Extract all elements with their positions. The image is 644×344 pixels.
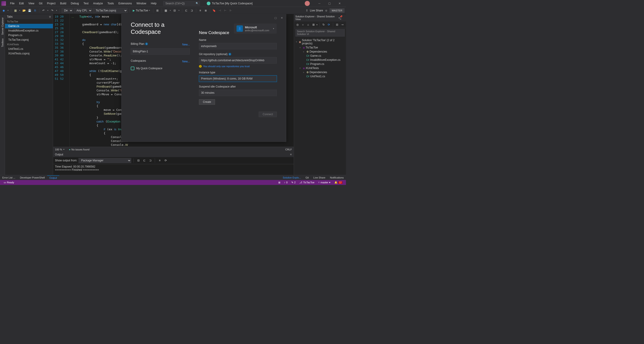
repo-name[interactable]: ⎇ TicTacToe: [298, 181, 316, 184]
solexp-pin-icon[interactable]: 📌 ✕: [340, 15, 345, 20]
proj-xunit[interactable]: ▿▣XUnitTests: [294, 66, 346, 70]
se-icon-4[interactable]: ⊞: [311, 22, 316, 27]
account-card[interactable]: 👤 Microsoft anthc@microsoft.com ▾: [234, 23, 277, 34]
notifications-bell[interactable]: 🔔12: [332, 181, 344, 184]
fold-margin[interactable]: [66, 14, 70, 147]
suspend-select[interactable]: 30 minutes: [199, 90, 277, 96]
output-content[interactable]: Time Elapsed: 00:00:20.7966582 =========…: [53, 164, 294, 172]
undo-icon[interactable]: ↶: [41, 8, 46, 13]
push-count[interactable]: ↑ 0: [282, 181, 290, 184]
save-icon[interactable]: 💾: [27, 8, 32, 13]
out-icon-1[interactable]: ⊟: [136, 158, 141, 163]
open-icon[interactable]: 📂: [22, 8, 26, 13]
tab-output[interactable]: Output: [47, 175, 59, 180]
tb-icon-9[interactable]: ⊢: [223, 8, 228, 13]
menu-debug[interactable]: Debug: [68, 1, 81, 6]
tab-git[interactable]: Git: [303, 175, 311, 180]
tb-icon-2[interactable]: ▦: [164, 8, 168, 13]
info-icon[interactable]: i: [145, 42, 148, 45]
menu-build[interactable]: Build: [58, 1, 69, 6]
codespace-item[interactable]: My Quick Codespace: [131, 65, 190, 72]
tab-live-share[interactable]: Live Share: [311, 175, 328, 180]
menu-project[interactable]: Project: [45, 1, 58, 6]
menu-analyze[interactable]: Analyze: [91, 1, 105, 6]
info-icon[interactable]: i: [228, 53, 231, 55]
bookmark-icon[interactable]: 🔖: [212, 8, 216, 13]
tb-icon-8[interactable]: ⊣: [218, 8, 222, 13]
tab-unittest1-cs[interactable]: UnitTest1.cs: [5, 47, 53, 51]
modal-maximize-button[interactable]: ▢: [273, 16, 278, 20]
tab-program-cs[interactable]: Program.cs: [5, 33, 53, 37]
file-invalid-cs[interactable]: C#InvalidMoveException.cs: [294, 58, 346, 62]
modal-close-button[interactable]: ✕: [279, 16, 285, 20]
source-control-icon[interactable]: ⊞: [276, 181, 282, 184]
tb-icon-1[interactable]: ⊞: [155, 8, 160, 13]
line-ending[interactable]: CRLF: [286, 148, 292, 151]
toolbox-tab[interactable]: Toolbox: [1, 37, 4, 48]
menu-test[interactable]: Test: [81, 1, 91, 6]
redo-icon[interactable]: ↷: [50, 8, 54, 13]
save-all-icon[interactable]: ⎘: [33, 8, 37, 13]
tab-notifications[interactable]: Notifications: [328, 175, 346, 180]
output-source-select[interactable]: Package Manager: [79, 158, 131, 163]
config-select[interactable]: Debug: [62, 8, 73, 13]
se-sync-icon[interactable]: ⟳: [326, 22, 331, 27]
tb-icon-10[interactable]: ⊩: [228, 8, 233, 13]
account-dropdown-icon[interactable]: ▾: [273, 27, 274, 30]
back-dropdown[interactable]: ▾: [7, 9, 9, 11]
codespaces-new-link[interactable]: New...: [182, 60, 190, 63]
back-button[interactable]: ◉: [1, 8, 6, 13]
liveshare-label[interactable]: Live Share: [310, 9, 323, 12]
tab-csproj[interactable]: TicTacToe.csproj: [5, 37, 53, 42]
out-icon-4[interactable]: ≡: [158, 158, 162, 163]
menu-view[interactable]: View: [26, 1, 36, 6]
liveshare-icon[interactable]: ⇪: [306, 9, 308, 12]
out-icon-5[interactable]: ⟳: [164, 158, 168, 163]
edit-count[interactable]: ✎ 2: [290, 181, 298, 184]
user-avatar[interactable]: [305, 1, 310, 6]
tab-dev-powershell[interactable]: Developer PowerShell: [18, 175, 47, 180]
tb-icon-5[interactable]: ⊐: [190, 8, 194, 13]
create-button[interactable]: Create: [199, 99, 215, 105]
git-input[interactable]: [199, 57, 277, 64]
menu-tools[interactable]: Tools: [105, 1, 116, 6]
branch-name[interactable]: ⑂ master ▾: [316, 181, 332, 184]
pin-icon[interactable]: ⚙: [49, 15, 51, 18]
minimize-button[interactable]: ─: [314, 0, 324, 7]
menu-edit[interactable]: Edit: [17, 1, 26, 6]
menu-help[interactable]: Help: [148, 1, 159, 6]
tb-icon-3[interactable]: ⊟: [172, 8, 177, 13]
se-refresh-icon[interactable]: ↻: [321, 22, 326, 27]
file-unittest1-cs[interactable]: C#UnitTest1.cs: [294, 74, 346, 78]
new-dropdown-icon[interactable]: ▦: [13, 8, 18, 13]
search-input[interactable]: Search (Ctrl+Q): [164, 1, 200, 6]
zoom-level[interactable]: 100 %: [55, 148, 62, 151]
menu-git[interactable]: Git: [36, 1, 45, 6]
close-button[interactable]: ✕: [334, 0, 345, 7]
proj-tictactoe[interactable]: ▿▣TicTacToe: [294, 45, 346, 50]
file-program-cs[interactable]: C#Program.cs: [294, 62, 346, 66]
tb-icon-4[interactable]: ⊏: [184, 8, 188, 13]
name-input[interactable]: [199, 43, 277, 49]
se-fwd-icon[interactable]: ○: [301, 22, 305, 27]
solexp-search[interactable]: Search Solution Explorer - Shared Soluti…: [296, 29, 345, 36]
se-back-icon[interactable]: ◎: [296, 22, 300, 27]
se-home-icon[interactable]: ⌂: [306, 22, 310, 27]
se-icon-7[interactable]: ⊟: [335, 22, 339, 27]
tab-game-cs[interactable]: Game.cs: [5, 24, 53, 28]
project-select[interactable]: TicTacToe.csproj: [93, 8, 128, 13]
menu-extensions[interactable]: Extensions: [116, 1, 134, 6]
instance-select[interactable]: Premium (Windows): 8 cores, 16 GB RAM: [199, 75, 277, 82]
dep-xunit[interactable]: ▹⊕Dependencies: [294, 70, 346, 74]
connect-button[interactable]: Connect: [259, 112, 277, 117]
billing-select[interactable]: BillingPlan-1: [131, 48, 190, 55]
output-close-icon[interactable]: ✕: [290, 153, 292, 156]
se-prop-icon[interactable]: ⊸: [340, 22, 345, 27]
dep-tictactoe[interactable]: ▹⊕Dependencies: [294, 50, 346, 54]
tb-icon-7[interactable]: ≣: [204, 8, 208, 13]
issues-status[interactable]: ●No issues found: [69, 148, 90, 151]
out-icon-3[interactable]: ⊐: [148, 158, 153, 163]
menu-file[interactable]: File: [8, 1, 17, 6]
platform-select[interactable]: Any CPU: [74, 8, 92, 13]
sln-node[interactable]: ▿▣Solution 'TicTacToe' (2 of 2 projects): [294, 38, 346, 45]
